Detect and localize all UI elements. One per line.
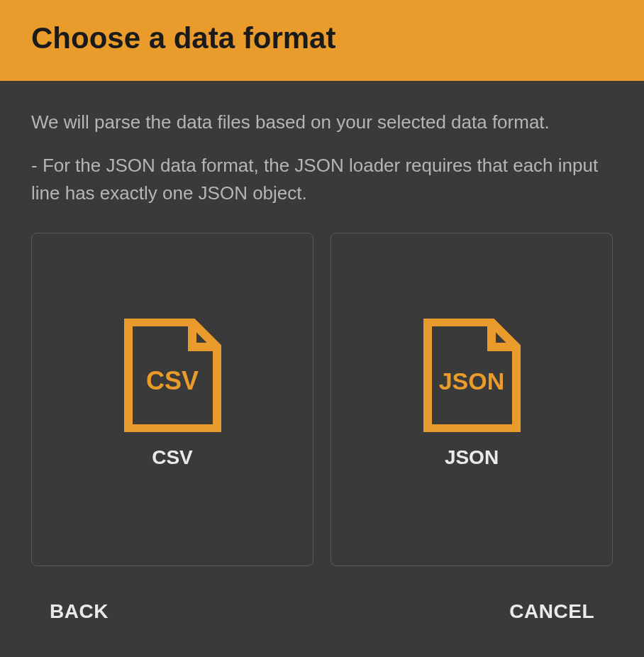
option-json-label: JSON	[445, 446, 499, 469]
dialog-content: We will parse the data files based on yo…	[0, 81, 644, 566]
note-text: - For the JSON data format, the JSON loa…	[31, 152, 613, 207]
dialog-title: Choose a data format	[31, 21, 613, 55]
svg-text:CSV: CSV	[145, 366, 198, 395]
description-text: We will parse the data files based on yo…	[31, 109, 613, 135]
csv-file-icon: CSV	[121, 319, 224, 432]
format-options: CSV CSV JSON JSON	[31, 233, 613, 566]
svg-text:JSON: JSON	[438, 368, 504, 394]
option-csv-label: CSV	[152, 446, 193, 469]
cancel-button[interactable]: CANCEL	[509, 600, 594, 623]
option-json[interactable]: JSON JSON	[331, 233, 613, 566]
back-button[interactable]: BACK	[50, 600, 109, 623]
option-csv[interactable]: CSV CSV	[31, 233, 313, 566]
json-file-icon: JSON	[421, 319, 523, 432]
dialog-header: Choose a data format	[0, 0, 644, 81]
dialog-footer: BACK CANCEL	[0, 566, 644, 623]
